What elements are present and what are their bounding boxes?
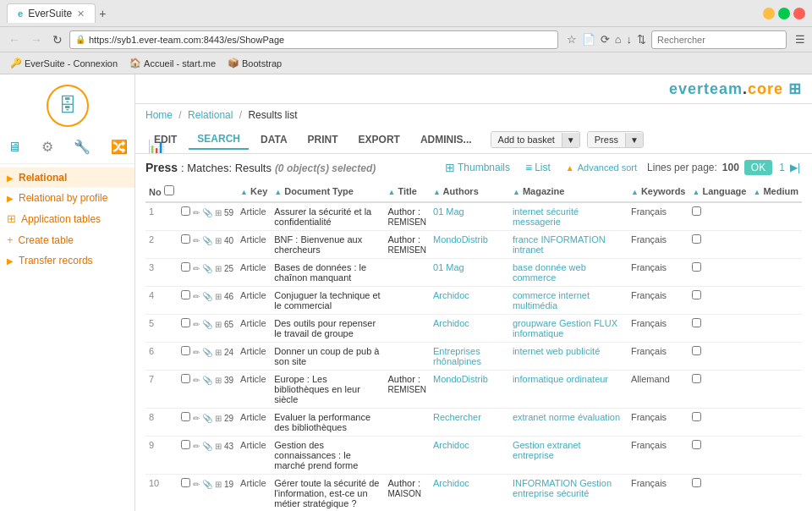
expand-icon[interactable]: ⊞ bbox=[215, 376, 222, 385]
browser-tab[interactable]: e EverSuite ✕ bbox=[7, 3, 96, 23]
sync-icon[interactable]: ⇅ bbox=[635, 31, 648, 47]
medium-checkbox[interactable] bbox=[692, 478, 701, 487]
bookmark-eversuite[interactable]: 🔑 EverSuite - Connexion bbox=[7, 56, 121, 70]
data-button[interactable]: DATA bbox=[252, 130, 296, 149]
history-icon[interactable]: ⟳ bbox=[599, 31, 612, 47]
col-title[interactable]: ▲ Title bbox=[384, 181, 430, 202]
expand-icon[interactable]: ⊞ bbox=[215, 414, 222, 423]
medium-checkbox[interactable] bbox=[692, 374, 701, 383]
row-checkbox[interactable] bbox=[181, 412, 190, 421]
export-button[interactable]: EXPORT bbox=[350, 130, 409, 149]
sidebar-tools-icon[interactable]: 🔀 bbox=[107, 135, 131, 158]
clip-icon[interactable]: 📎 bbox=[202, 264, 212, 273]
add-basket-label[interactable]: Add to basket bbox=[491, 132, 562, 147]
cell-title[interactable]: Gestion des connaissances : le marché pr… bbox=[271, 437, 384, 475]
browser-search-input[interactable] bbox=[651, 30, 787, 49]
medium-checkbox[interactable] bbox=[692, 346, 701, 355]
sidebar-item-relational-by-profile[interactable]: ▶ Relational by profile bbox=[0, 188, 134, 208]
tab-close-icon[interactable]: ✕ bbox=[77, 8, 85, 19]
clip-icon[interactable]: 📎 bbox=[202, 414, 212, 423]
cell-magazine[interactable]: Archidoc bbox=[430, 287, 509, 315]
row-checkbox[interactable] bbox=[181, 318, 190, 327]
medium-checkbox[interactable] bbox=[692, 234, 701, 244]
expand-icon[interactable]: ⊞ bbox=[215, 348, 222, 357]
sidebar-settings-icon[interactable]: ⚙ bbox=[38, 135, 57, 158]
bookmark-star-icon[interactable]: ☆ bbox=[565, 31, 579, 47]
expand-icon[interactable]: ⊞ bbox=[215, 442, 222, 451]
cell-magazine[interactable]: Rechercher bbox=[430, 409, 509, 437]
sidebar-item-application-tables[interactable]: ⊞ Application tables bbox=[0, 208, 134, 229]
press-dropdown-arrow[interactable]: ▼ bbox=[625, 133, 643, 147]
row-checkbox[interactable] bbox=[181, 262, 190, 272]
home-icon[interactable]: ⌂ bbox=[613, 31, 623, 47]
reader-icon[interactable]: 📄 bbox=[580, 31, 597, 47]
cell-title[interactable]: BNF : Bienvenue aux chercheurs bbox=[271, 231, 384, 259]
row-checkbox[interactable] bbox=[181, 290, 190, 299]
print-button[interactable]: PRINT bbox=[299, 130, 347, 149]
edit-icon[interactable]: ✏ bbox=[193, 348, 200, 357]
cell-title[interactable]: Europe : Les bibliothèques en leur siècl… bbox=[271, 371, 384, 409]
minimize-button[interactable] bbox=[763, 8, 775, 19]
col-authors[interactable]: ▲ Authors bbox=[430, 181, 509, 202]
advanced-sort-link[interactable]: Advanced sort bbox=[578, 162, 637, 173]
download-icon[interactable]: ↓ bbox=[625, 31, 634, 47]
cell-title[interactable]: Evaluer la performance des bibliothèques bbox=[271, 409, 384, 437]
edit-icon[interactable]: ✏ bbox=[193, 264, 200, 273]
select-all-checkbox[interactable] bbox=[164, 185, 174, 195]
medium-checkbox[interactable] bbox=[692, 262, 701, 272]
cell-magazine[interactable]: MondoDistrib bbox=[430, 231, 509, 259]
row-checkbox[interactable] bbox=[181, 478, 190, 487]
col-doc-type[interactable]: ▲ Document Type bbox=[271, 181, 384, 202]
forward-button[interactable]: → bbox=[27, 31, 46, 48]
page-number[interactable]: 1 bbox=[777, 160, 787, 175]
col-keywords[interactable]: ▲ Keywords bbox=[628, 181, 689, 202]
cell-magazine[interactable]: Archidoc bbox=[430, 437, 509, 475]
next-page-button[interactable]: ▶| bbox=[788, 160, 802, 175]
cell-title[interactable]: Donner un coup de pub à son site bbox=[271, 343, 384, 371]
cell-title[interactable]: Gérer toute la sécurité de l'information… bbox=[271, 475, 384, 512]
cell-magazine[interactable]: Entreprises rhônalpines bbox=[430, 343, 509, 371]
cell-magazine[interactable]: Archidoc bbox=[430, 475, 509, 512]
bookmark-accueil[interactable]: 🏠 Accueil - start.me bbox=[126, 56, 219, 70]
address-bar[interactable]: 🔒 https://syb1.ever-team.com:8443/es/Sho… bbox=[69, 30, 558, 49]
clip-icon[interactable]: 📎 bbox=[202, 208, 212, 217]
col-magazine[interactable]: ▲ Magazine bbox=[509, 181, 628, 202]
row-checkbox[interactable] bbox=[181, 234, 190, 244]
adminis-button[interactable]: ADMINIS... bbox=[412, 130, 480, 149]
cell-magazine[interactable]: 01 Mag bbox=[430, 202, 509, 231]
edit-icon[interactable]: ✏ bbox=[193, 414, 200, 423]
col-key[interactable]: ▲ Key bbox=[237, 181, 271, 202]
clip-icon[interactable]: 📎 bbox=[202, 236, 212, 245]
clip-icon[interactable]: 📎 bbox=[202, 376, 212, 385]
clip-icon[interactable]: 📎 bbox=[202, 480, 212, 489]
sidebar-item-transfer-records[interactable]: ▶ Transfer records bbox=[0, 250, 134, 271]
col-language[interactable]: ▲ Language bbox=[689, 181, 749, 202]
breadcrumb-relational[interactable]: Relational bbox=[188, 109, 233, 121]
cell-title[interactable]: Des outils pour repenser le travail de g… bbox=[271, 315, 384, 343]
cell-title[interactable]: Bases de données : le chaînon manquant bbox=[271, 259, 384, 287]
clip-icon[interactable]: 📎 bbox=[202, 320, 212, 329]
edit-icon[interactable]: ✏ bbox=[193, 480, 200, 489]
expand-icon[interactable]: ⊞ bbox=[215, 208, 222, 217]
sidebar-monitor-icon[interactable]: 🖥 bbox=[4, 135, 25, 158]
sidebar-item-relational[interactable]: ▶ Relational bbox=[0, 168, 134, 188]
expand-icon[interactable]: ⊞ bbox=[215, 264, 222, 273]
bookmark-bootstrap[interactable]: 📦 Bootstrap bbox=[224, 56, 285, 70]
edit-icon[interactable]: ✏ bbox=[193, 320, 200, 329]
sidebar-item-create-table[interactable]: + Create table bbox=[0, 229, 134, 250]
edit-icon[interactable]: ✏ bbox=[193, 236, 200, 245]
medium-checkbox[interactable] bbox=[692, 440, 701, 449]
row-checkbox[interactable] bbox=[181, 206, 190, 216]
refresh-button[interactable]: ↻ bbox=[49, 31, 66, 48]
close-button[interactable] bbox=[793, 8, 805, 19]
new-tab-button[interactable]: + bbox=[99, 7, 106, 20]
edit-icon[interactable]: ✏ bbox=[193, 376, 200, 385]
row-checkbox[interactable] bbox=[181, 440, 190, 449]
edit-icon[interactable]: ✏ bbox=[193, 208, 200, 217]
expand-icon[interactable]: ⊞ bbox=[215, 236, 222, 245]
sidebar-wrench-icon[interactable]: 🔧 bbox=[70, 135, 94, 158]
edit-icon[interactable]: ✏ bbox=[193, 442, 200, 451]
expand-icon[interactable]: ⊞ bbox=[215, 292, 222, 301]
clip-icon[interactable]: 📎 bbox=[202, 442, 212, 451]
back-button[interactable]: ← bbox=[5, 31, 24, 48]
